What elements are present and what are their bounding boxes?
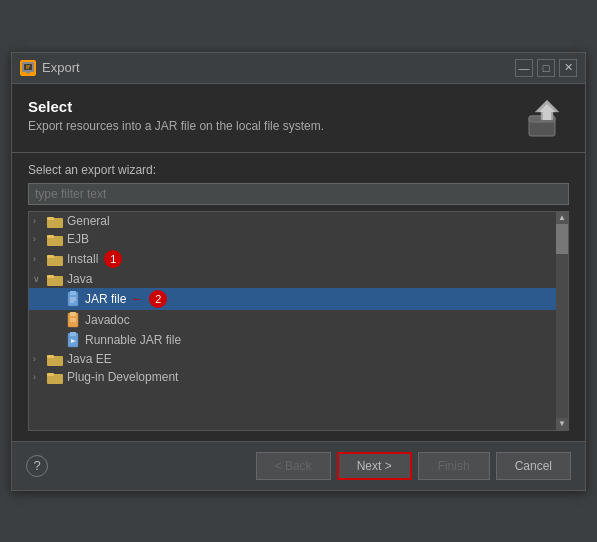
cancel-button[interactable]: Cancel bbox=[496, 452, 571, 480]
scroll-thumb[interactable] bbox=[556, 224, 568, 254]
help-button[interactable]: ? bbox=[26, 455, 48, 477]
jar-file-icon bbox=[65, 291, 81, 307]
runnable-jar-icon bbox=[65, 332, 81, 348]
page-title: Select bbox=[28, 98, 324, 115]
annotation-2: 2 bbox=[149, 290, 167, 308]
tree-item-general[interactable]: › General bbox=[29, 212, 568, 230]
chevron-right-icon: › bbox=[33, 372, 47, 382]
tree-item-label: General bbox=[67, 214, 110, 228]
chevron-down-icon: ∨ bbox=[33, 274, 47, 284]
tree-item-runnable-jar[interactable]: Runnable JAR file bbox=[29, 330, 568, 350]
folder-icon bbox=[47, 352, 63, 366]
tree-item-label: EJB bbox=[67, 232, 89, 246]
svg-rect-23 bbox=[70, 312, 76, 316]
back-button[interactable]: < Back bbox=[256, 452, 331, 480]
tree-item-label: Java EE bbox=[67, 352, 112, 366]
svg-rect-27 bbox=[70, 332, 76, 336]
tree-item-ejb[interactable]: › EJB bbox=[29, 230, 568, 248]
wizard-section: Select an export wizard: › General › bbox=[12, 153, 585, 441]
scroll-down-button[interactable]: ▼ bbox=[556, 418, 568, 430]
tree-item-javadoc[interactable]: Javadoc bbox=[29, 310, 568, 330]
close-button[interactable]: ✕ bbox=[559, 59, 577, 77]
footer: ? < Back Next > Finish Cancel bbox=[12, 441, 585, 490]
svg-rect-10 bbox=[47, 217, 54, 220]
folder-icon bbox=[47, 252, 63, 266]
title-controls[interactable]: — □ ✕ bbox=[515, 59, 577, 77]
window-icon bbox=[20, 60, 36, 76]
minimize-button[interactable]: — bbox=[515, 59, 533, 77]
chevron-right-icon: › bbox=[33, 254, 47, 264]
tree-item-java[interactable]: ∨ Java bbox=[29, 270, 568, 288]
tree-item-label: JAR file bbox=[85, 292, 126, 306]
tree-item-label: Java bbox=[67, 272, 92, 286]
tree-item-java-ee[interactable]: › Java EE bbox=[29, 350, 568, 368]
content-area: Select Export resources into a JAR file … bbox=[12, 84, 585, 441]
filter-input[interactable] bbox=[28, 183, 569, 205]
wizard-label: Select an export wizard: bbox=[28, 163, 569, 177]
svg-rect-14 bbox=[47, 255, 54, 258]
annotation-1: 1 bbox=[104, 250, 122, 268]
svg-rect-12 bbox=[47, 235, 54, 238]
tree-item-jar-file[interactable]: JAR file ← 2 bbox=[29, 288, 568, 310]
svg-rect-18 bbox=[70, 291, 76, 295]
tree-item-install[interactable]: › Install 1 bbox=[29, 248, 568, 270]
export-icon bbox=[525, 98, 569, 142]
finish-button[interactable]: Finish bbox=[418, 452, 490, 480]
chevron-right-icon: › bbox=[33, 354, 47, 364]
header-section: Select Export resources into a JAR file … bbox=[12, 84, 585, 153]
javadoc-icon bbox=[65, 312, 81, 328]
tree-item-label: Plug-in Development bbox=[67, 370, 178, 384]
folder-icon bbox=[47, 214, 63, 228]
title-bar-left: Export bbox=[20, 60, 80, 76]
folder-icon bbox=[47, 272, 63, 286]
svg-rect-30 bbox=[47, 355, 54, 358]
footer-buttons: < Back Next > Finish Cancel bbox=[256, 452, 571, 480]
page-description: Export resources into a JAR file on the … bbox=[28, 119, 324, 133]
chevron-right-icon: › bbox=[33, 234, 47, 244]
scroll-up-button[interactable]: ▲ bbox=[556, 212, 568, 224]
maximize-button[interactable]: □ bbox=[537, 59, 555, 77]
next-button[interactable]: Next > bbox=[337, 452, 412, 480]
tree-item-plugin-dev[interactable]: › Plug-in Development bbox=[29, 368, 568, 386]
window-title: Export bbox=[42, 60, 80, 75]
tree-item-label: Javadoc bbox=[85, 313, 130, 327]
export-window: Export — □ ✕ Select Export resources int… bbox=[11, 52, 586, 491]
folder-icon bbox=[47, 232, 63, 246]
title-bar: Export — □ ✕ bbox=[12, 53, 585, 84]
svg-rect-16 bbox=[47, 275, 54, 278]
chevron-right-icon: › bbox=[33, 216, 47, 226]
svg-marker-1 bbox=[25, 72, 31, 74]
folder-icon bbox=[47, 370, 63, 384]
svg-rect-2 bbox=[24, 64, 32, 70]
svg-rect-32 bbox=[47, 373, 54, 376]
tree-item-label: Runnable JAR file bbox=[85, 333, 181, 347]
annotation-arrow: ← bbox=[130, 291, 143, 306]
tree-item-label: Install bbox=[67, 252, 98, 266]
header-text: Select Export resources into a JAR file … bbox=[28, 98, 324, 133]
footer-left: ? bbox=[26, 455, 48, 477]
scrollbar[interactable]: ▲ ▼ bbox=[556, 212, 568, 430]
tree-container[interactable]: › General › EJB › bbox=[28, 211, 569, 431]
